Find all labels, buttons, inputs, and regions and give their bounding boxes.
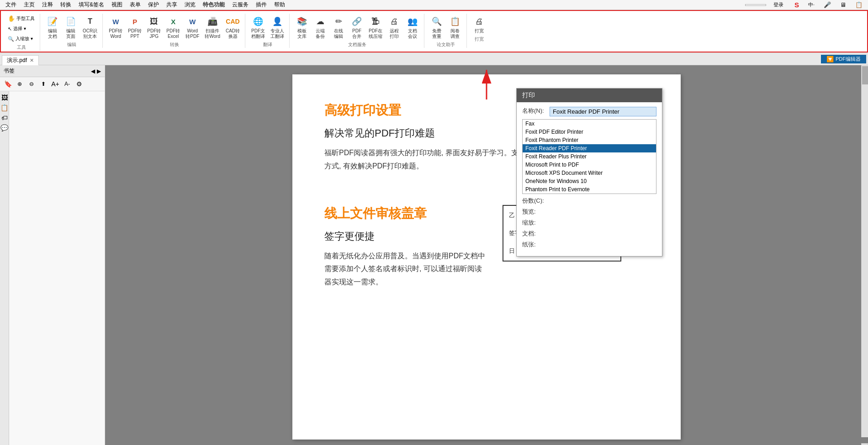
promote-icon[interactable]: ⬆ (38, 79, 48, 89)
survey-btn[interactable]: 📋 阅卷调查 (446, 14, 464, 41)
tab-bar: 演示.pdf ✕ 🔽 PDF编辑器 (0, 53, 868, 65)
assistant-group: 🔍 免费查重 📋 阅卷调查 论文助手 (425, 14, 467, 48)
menu-item-home[interactable]: 主页 (20, 0, 38, 10)
print-preview-row: 预览: (522, 208, 656, 216)
scrollbar-corner: ◤ (861, 443, 868, 445)
scrollbar[interactable] (861, 65, 868, 437)
ribbon: ✋ 手型工具 ↖ 选择 ▾ 🔍 入缩放 ▾ 工具 📝 编辑文档 (0, 10, 868, 53)
print-zoom-label: 缩放: (522, 219, 550, 227)
pdf-compress-btn[interactable]: 🗜 PDF在线压缩 (366, 14, 385, 41)
pdf-to-ppt-btn[interactable]: P PDF转PPT (126, 14, 144, 41)
section-sig-text: 线上文件审核盖章 签字更便捷 随着无纸化办公应用普及。当遇到使用PDF文档中需要… (324, 205, 489, 303)
pdf-page: 高级打印设置 解决常见的PDF打印难题 福昕PDF阅读器拥有强大的打印功能, 界… (292, 74, 681, 440)
edit-group-label: 编辑 (67, 42, 76, 48)
sidebar-header: 书签 ◀ ▶ (0, 65, 105, 77)
doc-meeting-btn[interactable]: 👥 文档会议 (404, 14, 421, 41)
sidebar-toolbar: 🔖 ⊕ ⊖ ⬆ A+ A- ⚙ (0, 77, 105, 91)
settings-icon[interactable]: ⚙ (74, 79, 84, 89)
hand-tool-btn[interactable]: ✋ 手型工具 (5, 14, 37, 23)
menu-item-view[interactable]: 视图 (108, 0, 126, 10)
printer-phantom-evernote[interactable]: Phantom Print to Evernote (523, 185, 656, 194)
print-copies-row: 份数(C): (522, 197, 656, 205)
sidebar-icon-1[interactable]: 🖼 (1, 94, 8, 101)
printer-foxit-phantom[interactable]: Foxit Phantom Printer (523, 136, 656, 144)
file-tab-demo[interactable]: 演示.pdf ✕ (2, 55, 39, 65)
printer-onenote[interactable]: OneNote for Windows 10 (523, 177, 656, 185)
pdf-to-excel-btn[interactable]: X PDF转Excel (164, 14, 182, 41)
scrollbar-thumb[interactable] (862, 66, 868, 84)
font-small-icon[interactable]: A- (62, 79, 72, 89)
print-printer-list[interactable]: Fax Foxit PDF Editor Printer Foxit Phant… (522, 119, 656, 194)
assistant-group-label: 论文助手 (437, 42, 455, 48)
remote-print-btn[interactable]: 🖨 远程打印 (386, 14, 403, 41)
menu-item-protect[interactable]: 保护 (144, 0, 163, 10)
bookmark-icon[interactable]: 🔖 (3, 79, 13, 89)
menu-item-file[interactable]: 文件 (2, 0, 20, 10)
login-btn[interactable]: 登录 (770, 0, 787, 9)
ocr-btn[interactable]: T OCR识别文本 (80, 14, 100, 41)
search-box[interactable] (745, 4, 766, 6)
translate-group: 🌐 PDF文档翻译 👤 专业人工翻译 翻译 (246, 14, 290, 48)
sidebar-title: 书签 (4, 67, 15, 75)
menu-item-annotation[interactable]: 注释 (38, 0, 57, 10)
menu-item-plugin[interactable]: 插件 (252, 0, 270, 10)
translate-group-label: 翻译 (263, 42, 272, 48)
printer-ms-pdf[interactable]: Microsoft Print to PDF (523, 161, 656, 169)
select-btn[interactable]: ↖ 选择 ▾ (5, 24, 28, 33)
edit-doc-btn[interactable]: 📝 编辑文档 (44, 14, 61, 41)
docservice-label: 文档服务 (348, 42, 366, 48)
sidebar-icon-2[interactable]: 📋 (0, 104, 8, 111)
remove-bookmark-icon[interactable]: ⊖ (26, 79, 37, 89)
pdf-to-word-btn[interactable]: W PDF转Word (106, 14, 125, 41)
cad-converter-btn[interactable]: CAD CAD转换器 (223, 14, 242, 41)
human-translate-btn[interactable]: 👤 专业人工翻译 (268, 14, 286, 41)
pdf-editor-btn[interactable]: 🔽 PDF编辑器 (821, 55, 866, 63)
printer-ms-xps[interactable]: Microsoft XPS Document Writer (523, 169, 656, 177)
sidebar-icon-3[interactable]: 🏷 (1, 114, 8, 121)
menu-item-cloud[interactable]: 云服务 (228, 0, 252, 10)
zoom-btn-ribbon[interactable]: 🔍 入缩放 ▾ (5, 34, 35, 43)
menu-bar: 文件 主页 注释 转换 填写&签名 视图 表单 保护 共享 浏览 特色功能 云服… (0, 0, 868, 10)
printer-foxit-reader[interactable]: Foxit Reader PDF Printer (523, 144, 656, 152)
print-dialog-title: 打印 (517, 89, 662, 102)
pdf-merge-btn[interactable]: 🔗 PDF合并 (348, 14, 365, 41)
menu-item-browse[interactable]: 浏览 (181, 0, 199, 10)
sidebar: 书签 ◀ ▶ 🔖 ⊕ ⊖ ⬆ A+ A- ⚙ 🖼 📋 🏷 💬 (0, 65, 105, 445)
menu-item-sign[interactable]: 填写&签名 (75, 0, 108, 10)
sidebar-collapse-btn[interactable]: ▶ (97, 68, 101, 74)
print-zoom-row: 缩放: (522, 219, 656, 227)
sidebar-content (9, 91, 105, 445)
print-name-input[interactable]: Foxit Reader PDF Printer (550, 107, 656, 116)
sidebar-icon-4[interactable]: 💬 (0, 124, 8, 131)
cloud-backup-btn[interactable]: ☁ 云端备份 (312, 14, 329, 41)
sidebar-expand-btn[interactable]: ◀ (91, 68, 95, 74)
print-wide-btn[interactable]: 🖨 打宽 (471, 14, 488, 35)
add-bookmark-icon[interactable]: ⊕ (15, 79, 25, 89)
template-library-btn[interactable]: 📚 模板文库 (293, 14, 311, 41)
file-tab-close[interactable]: ✕ (30, 58, 34, 63)
print-name-label: 名称(N): (522, 107, 550, 115)
menu-item-form[interactable]: 表单 (126, 0, 144, 10)
menu-item-share[interactable]: 共享 (163, 0, 181, 10)
online-edit-btn[interactable]: ✏ 在线编辑 (330, 14, 347, 41)
printer-foxit-editor[interactable]: Foxit PDF Editor Printer (523, 128, 656, 136)
file-tab-label: 演示.pdf (7, 57, 27, 64)
print-dialog: 打印 名称(N): Foxit Reader PDF Printer Fax F… (516, 88, 662, 257)
menu-item-special[interactable]: 特色功能 (199, 0, 228, 10)
printer-fax[interactable]: Fax (523, 120, 656, 128)
scan-to-word-btn[interactable]: 📠 扫描件转Word (202, 14, 222, 41)
menu-item-convert[interactable]: 转换 (57, 0, 75, 10)
print-paper-row: 纸张: (522, 241, 656, 249)
menu-item-help[interactable]: 帮助 (270, 0, 289, 10)
free-check-btn[interactable]: 🔍 免费查重 (428, 14, 445, 41)
tools-group: ✋ 手型工具 ↖ 选择 ▾ 🔍 入缩放 ▾ 工具 (3, 14, 40, 51)
print-name-row: 名称(N): Foxit Reader PDF Printer (522, 107, 656, 116)
print-dialog-body: 名称(N): Foxit Reader PDF Printer Fax Foxi… (517, 102, 662, 256)
font-large-icon[interactable]: A+ (50, 79, 60, 89)
printer-foxit-plus[interactable]: Foxit Reader Plus Printer (523, 152, 656, 161)
word-to-pdf-btn[interactable]: W Word转PDF (183, 14, 201, 41)
pdf-translate-btn[interactable]: 🌐 PDF文档翻译 (249, 14, 267, 41)
main-area: 书签 ◀ ▶ 🔖 ⊕ ⊖ ⬆ A+ A- ⚙ 🖼 📋 🏷 💬 (0, 65, 868, 445)
edit-page-btn[interactable]: 📄 编辑页面 (62, 14, 79, 41)
pdf-to-jpg-btn[interactable]: 🖼 PDF转JPG (145, 14, 163, 41)
